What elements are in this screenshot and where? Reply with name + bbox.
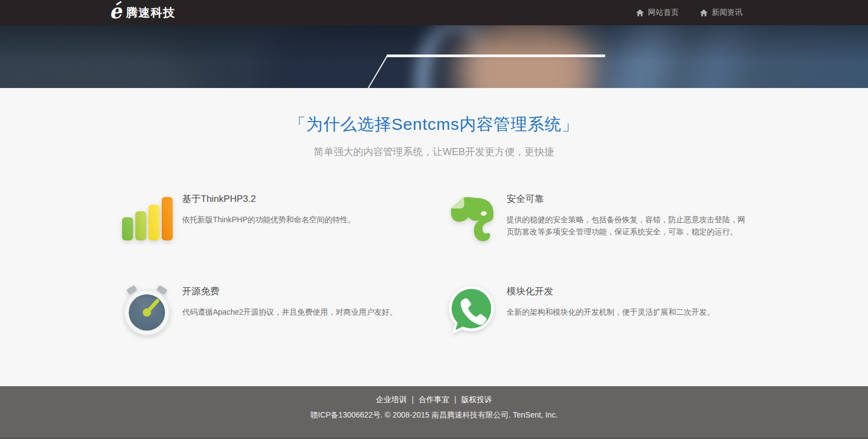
- main-content: 「为什么选择Sentcms内容管理系统」 简单强大的内容管理系统，让WEB开发更…: [0, 88, 868, 386]
- feature-modular: 模块化开发 全新的架构和模块化的开发机制，便于灵活扩展和二次开发。: [434, 284, 748, 337]
- section-title: 「为什么选择Sentcms内容管理系统」: [0, 113, 868, 136]
- footer-link-complaint[interactable]: 版权投诉: [461, 395, 492, 404]
- nav-item-home[interactable]: 网站首页: [636, 8, 679, 18]
- whatsapp-icon: [445, 284, 498, 337]
- footer-copyright: 赣ICP备13006622号. © 2008-2015 南昌腾速科技有限公司. …: [0, 410, 868, 420]
- feature-grid: 基于ThinkPHP3.2 依托新版ThinkPHP的功能优势和命名空间的特性。…: [120, 191, 748, 337]
- home-icon: [636, 9, 644, 17]
- feature-text: 基于ThinkPHP3.2 依托新版ThinkPHP的功能优势和命名空间的特性。: [182, 191, 355, 226]
- main-nav: 网站首页 新闻资讯: [636, 8, 743, 18]
- feature-opensource: 开源免费 代码遵循Apache2开源协议，并且免费使用，对商业用户友好。: [120, 284, 434, 337]
- footer-link-training[interactable]: 企业培训: [376, 395, 407, 404]
- home-icon: [700, 9, 708, 17]
- feature-text: 开源免费 代码遵循Apache2开源协议，并且免费使用，对商业用户友好。: [182, 284, 397, 319]
- feature-text: 模块化开发 全新的架构和模块化的开发机制，便于灵活扩展和二次开发。: [507, 284, 715, 319]
- feature-desc: 依托新版ThinkPHP的功能优势和命名空间的特性。: [182, 214, 355, 226]
- footer-separator: |: [411, 395, 414, 404]
- feature-desc: 全新的架构和模块化的开发机制，便于灵活扩展和二次开发。: [507, 306, 715, 319]
- nav-item-label: 网站首页: [648, 8, 679, 18]
- logo-text: 腾速科技: [126, 5, 175, 20]
- intro-section: 「为什么选择Sentcms内容管理系统」 简单强大的内容管理系统，让WEB开发更…: [0, 88, 868, 158]
- feature-desc: 提供的稳健的安全策略，包括备份恢复，容错，防止恶意攻击登陆，网页防篡改等多项安全…: [507, 214, 748, 238]
- footer-separator: |: [454, 395, 457, 404]
- top-navbar: e 腾速科技 网站首页 新闻资讯: [0, 0, 868, 25]
- section-subtitle: 简单强大的内容管理系统，让WEB开发更方便，更快捷: [0, 145, 868, 158]
- banner-horizontal-line: [387, 54, 605, 57]
- hero-carousel: [0, 25, 868, 88]
- feature-title: 基于ThinkPHP3.2: [182, 193, 355, 205]
- page-footer: 企业培训 | 合作事宜 | 版权投诉 赣ICP备13006622号. © 200…: [0, 386, 868, 439]
- feature-title: 模块化开发: [507, 285, 715, 298]
- nav-item-label: 新闻资讯: [712, 8, 743, 18]
- nav-item-news[interactable]: 新闻资讯: [700, 8, 743, 18]
- feature-security: 安全可靠 提供的稳健的安全策略，包括备份恢复，容错，防止恶意攻击登陆，网页防篡改…: [434, 191, 748, 244]
- bar-chart-icon: [120, 191, 173, 244]
- feature-text: 安全可靠 提供的稳健的安全策略，包括备份恢复，容错，防止恶意攻击登陆，网页防篡改…: [507, 191, 748, 238]
- stopwatch-icon: [120, 284, 173, 337]
- footer-link-cooperation[interactable]: 合作事宜: [419, 395, 449, 404]
- feature-title: 安全可靠: [507, 193, 748, 205]
- site-logo[interactable]: e 腾速科技: [109, 4, 175, 21]
- evernote-elephant-icon: [445, 191, 498, 244]
- feature-thinkphp: 基于ThinkPHP3.2 依托新版ThinkPHP的功能优势和命名空间的特性。: [120, 191, 434, 244]
- footer-links: 企业培训 | 合作事宜 | 版权投诉: [0, 386, 868, 405]
- feature-title: 开源免费: [182, 285, 397, 298]
- feature-desc: 代码遵循Apache2开源协议，并且免费使用，对商业用户友好。: [182, 306, 397, 319]
- logo-e-icon: e: [108, 2, 122, 21]
